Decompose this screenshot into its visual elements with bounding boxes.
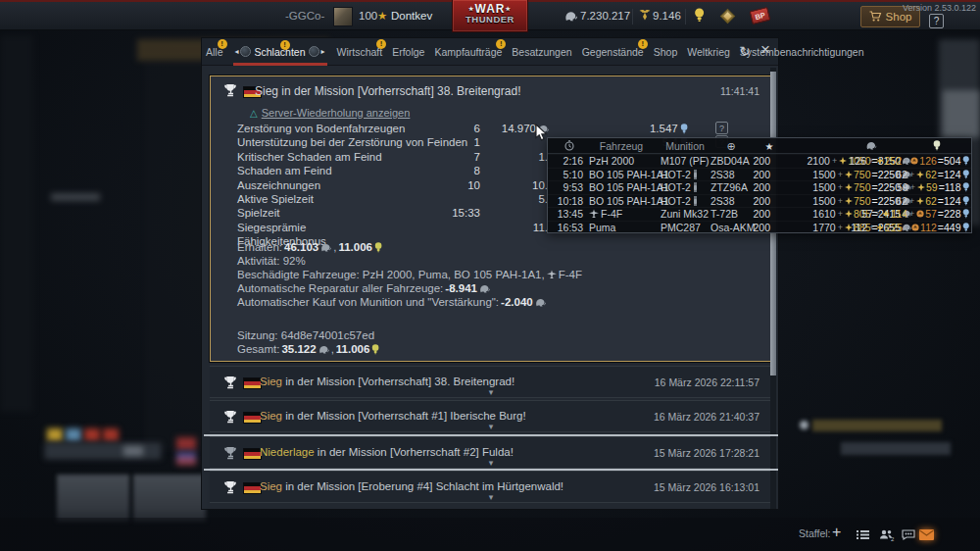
- missile-icon: [694, 196, 697, 206]
- chevron-down-icon[interactable]: ▾: [489, 422, 494, 431]
- tab-shop[interactable]: Shop: [654, 46, 678, 58]
- target-icon: ⊕: [726, 140, 735, 153]
- silver-lion-icon: [866, 140, 877, 153]
- stat-help-icon[interactable]: ?: [715, 122, 728, 134]
- refresh-icon[interactable]: ↻: [739, 43, 751, 59]
- booster-icon: [910, 157, 918, 165]
- bg-left-dark-strip: [0, 35, 33, 412]
- stat-silver-value-clipped: 10.: [532, 179, 548, 191]
- silver-lion-icon: [318, 344, 329, 355]
- mail-icon[interactable]: [919, 529, 934, 540]
- notification-badge: !: [280, 40, 290, 50]
- ammo-name: PMC287: [661, 222, 701, 233]
- tab-schlachten[interactable]: Schlachten: [255, 46, 306, 58]
- message-rest: in der Mission [Eroberung #4] Schlacht i…: [282, 480, 564, 492]
- message-date: 15 März 2026 16:13:01: [654, 481, 760, 493]
- divider: [685, 9, 686, 25]
- battle-title: Sieg in der Mission [Vorherrschaft] 38. …: [255, 84, 520, 98]
- chevron-down-icon[interactable]: ▾: [489, 492, 494, 502]
- tab-weltkrieg[interactable]: Weltkrieg: [687, 46, 730, 58]
- help-button[interactable]: ?: [929, 14, 944, 28]
- summary-kauf: Automatischer Kauf von Munition und "Ver…: [237, 296, 546, 308]
- research-bulb-icon: [371, 344, 379, 355]
- battle-pass-icon[interactable]: BP: [750, 7, 771, 25]
- tooltip-header: FahrzeugMunition⊕★: [548, 138, 971, 154]
- tab-gegenst-nde[interactable]: Gegenstände!: [582, 46, 644, 58]
- message-date: 15 März 2026 17:28:21: [654, 447, 760, 459]
- list-icon[interactable]: [857, 529, 869, 540]
- research-bulb-icon: [374, 242, 382, 253]
- score-value: 200: [741, 169, 770, 180]
- silver-lion-icon: [479, 283, 490, 294]
- score-value: 200: [741, 181, 770, 193]
- vehicle-name: Puma: [589, 222, 615, 233]
- skill-bonus-icon: [845, 171, 853, 178]
- squad-label: Staffel:: [799, 527, 831, 539]
- stat-count: 8: [474, 165, 480, 176]
- message-title: Sieg in der Mission [Eroberung #4] Schla…: [260, 480, 564, 492]
- message-row[interactable]: Sieg in der Mission [Eroberung #4] Schla…: [210, 471, 772, 503]
- chevron-down-icon[interactable]: ▾: [489, 458, 494, 468]
- bg-icon-square-4: [103, 428, 119, 441]
- plane-icon: [547, 270, 557, 279]
- silver-lions-amount[interactable]: 7.230.217: [580, 10, 630, 22]
- stat-label: Kritischer Schaden am Feind: [237, 151, 382, 163]
- summary-reparatur: Automatische Reparatur aller Fahrzeuge: …: [237, 282, 490, 294]
- tab-erfolge[interactable]: Erfolge: [392, 46, 424, 58]
- tab-alle[interactable]: Alle!: [206, 46, 223, 58]
- skill-bonus-icon: [916, 171, 924, 178]
- contacts-icon[interactable]: 2: [879, 529, 895, 541]
- ammo-name: HOT-2: [661, 181, 697, 193]
- premium-item-icon[interactable]: [720, 9, 736, 25]
- chat-icon[interactable]: [902, 529, 915, 541]
- stat-label: Siegesprämie: [237, 222, 306, 233]
- missile-icon: [694, 182, 697, 192]
- plane-icon: [589, 209, 599, 219]
- skill-bonus-icon: [845, 197, 853, 205]
- research-bulb-icon[interactable]: [694, 8, 705, 23]
- date-separator: [204, 434, 778, 436]
- skill-bonus-icon: [917, 183, 925, 191]
- next-category-button[interactable]: ▸: [309, 46, 324, 57]
- prev-category-button[interactable]: ◂: [235, 46, 251, 57]
- message-row[interactable]: Niederlage in der Mission [Vorherrschaft…: [210, 436, 772, 469]
- golden-eagles-amount[interactable]: 9.146: [653, 10, 681, 22]
- stat-silver-value-clipped: 11.: [533, 222, 548, 233]
- stat-count: 15:33: [452, 207, 480, 219]
- vehicle-name: PzH 2000: [589, 155, 634, 167]
- avatar[interactable]: [333, 7, 353, 26]
- missile-icon: [694, 170, 697, 179]
- score-star-icon: ★: [765, 140, 774, 152]
- message-title: Sieg in der Mission [Vorherrschaft #1] I…: [260, 410, 526, 422]
- bg-flag-2: [176, 452, 196, 465]
- target-name: T-72B: [710, 208, 738, 220]
- tooltip-header-ammo: Munition: [665, 140, 705, 152]
- message-row[interactable]: Sieg in der Mission [Vorherrschaft #1] I…: [210, 400, 772, 432]
- divider: [632, 9, 633, 25]
- server-replay-link[interactable]: △ Server-Wiederholung anzeigen: [250, 107, 410, 119]
- stat-count: 6: [474, 123, 480, 134]
- player-level: 100: [359, 10, 377, 22]
- scrollbar-track[interactable]: [770, 68, 776, 509]
- tab-kampfauftr-ge[interactable]: Kampfaufträge!: [434, 46, 502, 58]
- skill-bonus-icon: [882, 210, 890, 218]
- close-icon[interactable]: ×: [760, 40, 770, 60]
- tab-wirtschaft[interactable]: Wirtschaft!: [337, 46, 383, 58]
- booster-icon: [916, 210, 924, 218]
- squad-add-icon[interactable]: +: [832, 524, 841, 541]
- player-name[interactable]: Dontkev: [391, 10, 432, 22]
- result-word: Niederlage: [260, 446, 315, 458]
- chevron-down-icon[interactable]: ▾: [489, 387, 494, 397]
- tab-systembenachrichtigungen[interactable]: Systembenachrichtigungen: [740, 46, 864, 58]
- bg-right-light-block: [943, 90, 980, 137]
- tab-bar: Alle!◂Schlachten▸!Wirtschaft!ErfolgeKamp…: [202, 38, 778, 66]
- date-separator: [204, 469, 778, 471]
- tab-group-schlachten: ◂Schlachten▸!: [233, 38, 327, 66]
- notification-badge: !: [376, 39, 386, 49]
- version-label: Version 2.53.0.122: [903, 3, 976, 13]
- silver-lion-icon: [564, 10, 577, 23]
- tab-besatzungen[interactable]: Besatzungen: [512, 46, 571, 58]
- result-word: Sieg: [260, 376, 282, 387]
- notification-badge: !: [218, 39, 227, 49]
- message-row[interactable]: Sieg in der Mission [Vorherrschaft] 38. …: [210, 366, 772, 398]
